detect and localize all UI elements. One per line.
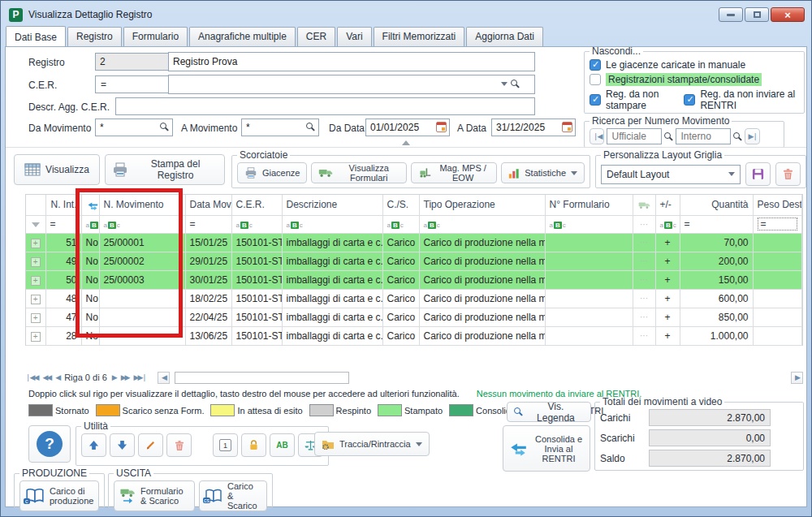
col-piu-meno[interactable]: +/- — [655, 195, 680, 215]
cell-cs[interactable]: Carico — [382, 326, 419, 345]
interno-input[interactable] — [676, 128, 731, 144]
expand-cell[interactable]: + — [26, 326, 45, 345]
filter-cell[interactable]: aBc — [282, 215, 382, 233]
cell-rentri-flag[interactable]: No — [81, 289, 99, 308]
first-movement-button[interactable]: ❘◀ — [590, 128, 604, 144]
cell-rentri-flag[interactable]: No — [81, 252, 99, 270]
table-row[interactable]: + 28 No 13/06/25 150101-ST imballaggi di… — [26, 326, 802, 345]
filter-funnel-cell[interactable] — [26, 215, 45, 233]
cell-piu-meno[interactable]: + — [655, 308, 680, 326]
cell-peso-destino[interactable] — [753, 233, 802, 252]
cell-n-movimento[interactable] — [99, 289, 185, 308]
descr-agg-cer-input[interactable] — [115, 97, 535, 115]
cell-peso-destino[interactable] — [753, 308, 802, 326]
filter-cell[interactable]: = — [185, 215, 231, 233]
col-tipo-operazione[interactable]: Tipo Operazione — [419, 195, 545, 215]
cell-rentri-flag[interactable]: No — [81, 233, 99, 252]
cell-data-mov[interactable]: 15/01/25 — [185, 233, 231, 252]
visualizza-formulari-button[interactable]: Visualizza Formulari — [311, 162, 407, 183]
filter-cell[interactable]: aBc — [99, 215, 185, 233]
cell-peso-destino[interactable] — [753, 270, 802, 289]
cell-piu-meno[interactable]: + — [655, 233, 680, 252]
cell-piu-meno[interactable]: + — [655, 289, 680, 308]
cell-data-mov[interactable]: 30/01/25 — [185, 270, 231, 289]
cell-truck-dots[interactable]: ··· — [633, 289, 655, 308]
registro-descrizione-input[interactable] — [168, 52, 535, 71]
cell-data-mov[interactable]: 18/02/25 — [185, 289, 231, 308]
title-bar[interactable]: P Visualizza Dettaglio Registro × — [4, 4, 808, 25]
formulario-scarico-button[interactable]: Formulario & Scarico — [114, 480, 195, 511]
close-button[interactable]: × — [771, 7, 805, 22]
hscroll-thumb[interactable] — [175, 372, 349, 384]
statistiche-button[interactable]: Statistiche — [501, 162, 585, 183]
table-row[interactable]: + 49 No 25/00002 29/01/25 150101-ST imba… — [26, 252, 802, 270]
nav-last-icon[interactable]: ▶▶❘ — [134, 374, 146, 381]
tab-dati-base[interactable]: Dati Base — [6, 26, 66, 46]
cell-cs[interactable]: Carico — [382, 252, 419, 270]
filter-cell[interactable]: aBc — [231, 215, 282, 233]
cell-tipo-operazione[interactable]: Carico di produzione nella mi... — [419, 289, 545, 308]
help-button[interactable]: ? — [28, 425, 71, 463]
cell-quantita[interactable]: 200,00 — [680, 252, 753, 270]
collapse-splitter-icon[interactable] — [402, 140, 410, 145]
cell-cer[interactable]: 150101-ST — [231, 308, 282, 326]
table-row[interactable]: + 47 No 22/04/25 150101-ST imballaggi di… — [26, 308, 802, 326]
cell-peso-destino[interactable] — [753, 289, 802, 308]
cell-peso-destino[interactable] — [753, 252, 802, 270]
cell-quantita[interactable]: 150,00 — [680, 270, 753, 289]
cell-rentri-flag[interactable]: No — [81, 270, 99, 289]
cell-cer[interactable]: 150101-ST — [231, 233, 282, 252]
cell-descrizione[interactable]: imballaggi di carta e c... — [282, 308, 382, 326]
lock-button[interactable] — [241, 433, 266, 457]
col-cer[interactable]: C.E.R. — [231, 195, 282, 215]
expand-cell[interactable]: + — [26, 270, 45, 289]
tab-cer[interactable]: CER — [297, 27, 335, 46]
layout-select[interactable]: Default Layout — [601, 165, 741, 184]
cell-peso-destino[interactable] — [753, 326, 802, 345]
cell-n-formulario[interactable] — [545, 270, 633, 289]
search-icon[interactable] — [160, 123, 169, 131]
maximize-button[interactable] — [745, 7, 769, 22]
checkbox-reg-non-inviare[interactable] — [684, 94, 695, 106]
cell-n-int[interactable]: 47 — [45, 308, 81, 326]
cell-cs[interactable]: Carico — [382, 289, 419, 308]
nav-prev-page-icon[interactable]: ◀◀ — [42, 374, 50, 381]
delete-button[interactable] — [166, 433, 192, 457]
col-n-int[interactable]: N. Int. — [45, 195, 81, 215]
filter-cell[interactable]: aBc — [382, 215, 419, 233]
cell-descrizione[interactable]: imballaggi di carta e c... — [282, 326, 382, 345]
filter-cell[interactable]: = — [680, 215, 753, 233]
cell-tipo-operazione[interactable]: Carico di produzione nella mi... — [419, 233, 545, 252]
cell-truck-dots[interactable]: ··· — [633, 252, 655, 270]
single-day-button[interactable]: 1 — [213, 433, 238, 457]
cell-n-movimento[interactable]: 25/00003 — [99, 270, 185, 289]
cell-tipo-operazione[interactable]: Carico di produzione nella mi... — [419, 326, 545, 345]
cell-tipo-operazione[interactable]: Carico di produzione nella mi... — [419, 308, 545, 326]
expand-cell[interactable]: + — [26, 233, 45, 252]
table-row[interactable]: + 48 No 18/02/25 150101-ST imballaggi di… — [26, 289, 802, 308]
cell-n-movimento[interactable] — [99, 308, 185, 326]
cell-cer[interactable]: 150101-ST — [231, 326, 282, 345]
col-cs[interactable]: C./S. — [382, 195, 419, 215]
cell-cer[interactable]: 150101-ST — [231, 270, 282, 289]
col-truck[interactable] — [633, 195, 655, 215]
cell-piu-meno[interactable]: + — [655, 252, 680, 270]
cell-tipo-operazione[interactable]: Carico di produzione nella mi... — [419, 252, 545, 270]
giacenze-button[interactable]: Giacenze — [237, 162, 307, 183]
cell-descrizione[interactable]: imballaggi di carta e c... — [282, 270, 382, 289]
traccia-rintraccia-button[interactable]: Traccia/Rintraccia — [314, 432, 430, 456]
cell-rentri-flag[interactable]: No — [81, 326, 99, 345]
cell-quantita[interactable]: 1.000,00 — [680, 326, 753, 345]
edit-button[interactable] — [138, 433, 163, 457]
hscroll-left-button[interactable]: ◀ — [158, 372, 170, 384]
checkbox-registrazioni-stampate[interactable] — [590, 74, 601, 85]
cell-n-formulario[interactable] — [545, 308, 633, 326]
nav-next-icon[interactable]: ▶ — [112, 374, 116, 381]
cell-truck-dots[interactable]: ··· — [633, 270, 655, 289]
search-icon[interactable] — [511, 80, 520, 88]
tab-vari[interactable]: Vari — [337, 27, 371, 46]
search-icon[interactable] — [733, 132, 742, 141]
visualizza-button[interactable]: Visualizza — [14, 154, 100, 185]
cell-data-mov[interactable]: 22/04/25 — [185, 308, 231, 326]
search-icon[interactable] — [306, 123, 315, 131]
